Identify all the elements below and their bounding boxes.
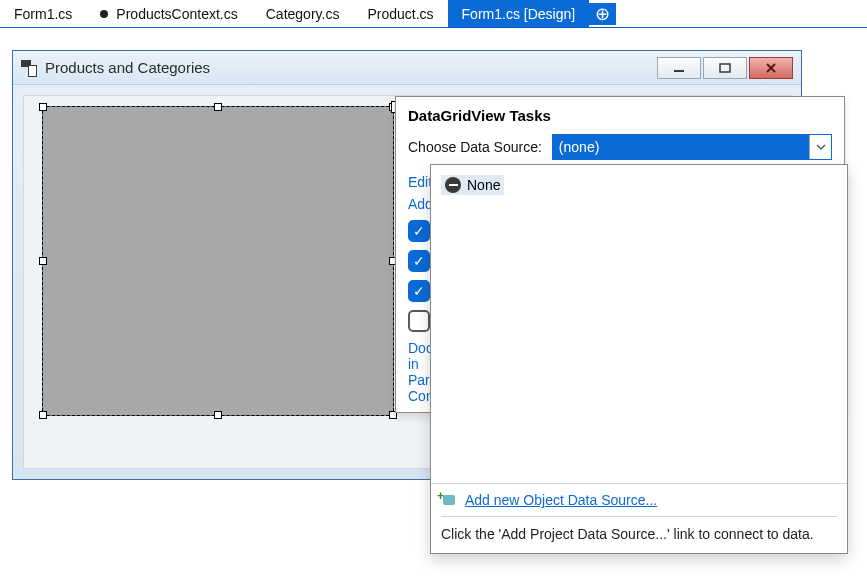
doc-tab-label: Form1.cs (14, 6, 72, 22)
maximize-button[interactable] (703, 57, 747, 79)
doc-tab-product-cs[interactable]: Product.cs (353, 0, 447, 27)
data-source-hint: Click the 'Add Project Data Source...' l… (441, 516, 837, 547)
document-tab-strip: Form1.cs ProductsContext.cs Category.cs … (0, 0, 867, 28)
combobox-drop-button[interactable] (809, 135, 831, 159)
data-source-selected: (none) (553, 135, 809, 159)
doc-tab-category-cs[interactable]: Category.cs (252, 0, 354, 27)
resize-handle-n[interactable] (214, 103, 222, 111)
enable-reorder-checkbox[interactable]: ✓ (408, 310, 430, 332)
enable-adding-checkbox[interactable]: ✓ (408, 220, 430, 242)
tasks-panel-title: DataGridView Tasks (408, 107, 832, 124)
doc-tab-productscontext-cs[interactable]: ProductsContext.cs (86, 0, 251, 27)
resize-handle-w[interactable] (39, 257, 47, 265)
pin-tab-icon[interactable]: ⊕ (589, 3, 616, 25)
resize-handle-sw[interactable] (39, 411, 47, 419)
selection-outline (42, 106, 394, 416)
form-title: Products and Categories (45, 59, 210, 76)
minimize-button[interactable] (657, 57, 701, 79)
close-icon (764, 62, 778, 74)
datagridview[interactable]: ◂ (42, 106, 394, 416)
svg-rect-1 (720, 64, 730, 72)
data-source-popup-footer: + Add new Object Data Source... Click th… (431, 483, 847, 553)
data-source-none-item[interactable]: None (441, 175, 504, 195)
doc-tab-label: Product.cs (367, 6, 433, 22)
choose-data-source-row: Choose Data Source: (none) (408, 134, 832, 160)
data-source-combobox[interactable]: (none) (552, 134, 832, 160)
window-controls (657, 57, 793, 79)
doc-tab-form1-design[interactable]: Form1.cs [Design] (448, 0, 590, 27)
enable-deleting-checkbox[interactable]: ✓ (408, 280, 430, 302)
doc-tab-label: Category.cs (266, 6, 340, 22)
resize-handle-nw[interactable] (39, 103, 47, 111)
add-object-data-source-label: Add new Object Data Source... (465, 492, 657, 508)
maximize-icon (718, 62, 732, 74)
form-icon (21, 60, 37, 76)
close-button[interactable] (749, 57, 793, 79)
enable-editing-checkbox[interactable]: ✓ (408, 250, 430, 272)
doc-tab-label: Form1.cs [Design] (462, 6, 576, 22)
minimize-icon (672, 62, 686, 74)
form-titlebar: Products and Categories (13, 51, 801, 85)
add-object-data-source-link[interactable]: + Add new Object Data Source... (441, 492, 657, 508)
database-add-icon: + (441, 493, 457, 507)
data-source-tree[interactable]: None (431, 165, 847, 483)
dirty-indicator-icon (100, 10, 108, 18)
chevron-down-icon (816, 144, 826, 150)
data-source-popup: None + Add new Object Data Source... Cli… (430, 164, 848, 554)
choose-data-source-label: Choose Data Source: (408, 139, 542, 155)
data-source-none-label: None (467, 177, 500, 193)
doc-tab-label: ProductsContext.cs (116, 6, 237, 22)
none-icon (445, 177, 461, 193)
resize-handle-s[interactable] (214, 411, 222, 419)
svg-rect-0 (674, 70, 684, 72)
doc-tab-form1-cs[interactable]: Form1.cs (0, 0, 86, 27)
